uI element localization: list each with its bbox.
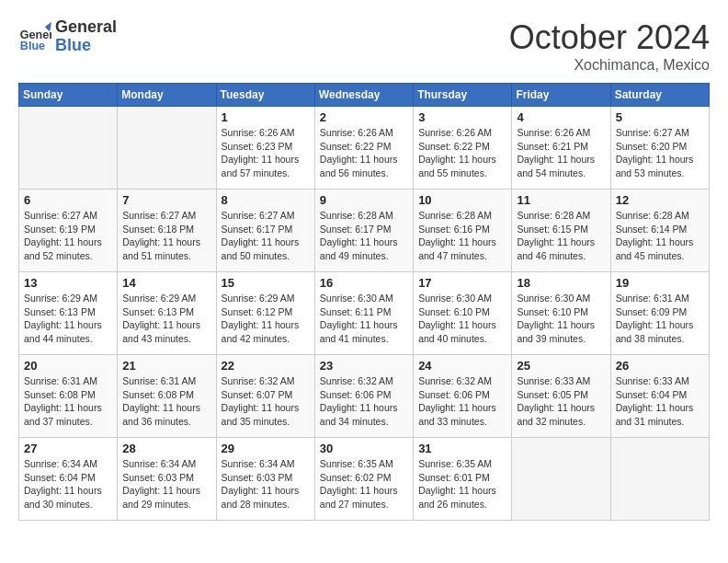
day-info: Sunrise: 6:35 AM Sunset: 6:01 PM Dayligh… xyxy=(418,457,506,511)
calendar-cell: 15Sunrise: 6:29 AM Sunset: 6:12 PM Dayli… xyxy=(216,272,314,355)
calendar-cell xyxy=(19,107,118,190)
day-number: 27 xyxy=(24,442,112,455)
calendar-cell xyxy=(118,107,216,190)
day-info: Sunrise: 6:27 AM Sunset: 6:20 PM Dayligh… xyxy=(616,126,704,180)
day-info: Sunrise: 6:34 AM Sunset: 6:03 PM Dayligh… xyxy=(122,457,210,511)
day-info: Sunrise: 6:32 AM Sunset: 6:06 PM Dayligh… xyxy=(320,374,408,429)
calendar-cell: 22Sunrise: 6:32 AM Sunset: 6:07 PM Dayli… xyxy=(216,355,314,438)
calendar-cell: 31Sunrise: 6:35 AM Sunset: 6:01 PM Dayli… xyxy=(414,438,512,521)
day-info: Sunrise: 6:26 AM Sunset: 6:23 PM Dayligh… xyxy=(222,126,310,180)
day-info: Sunrise: 6:35 AM Sunset: 6:02 PM Dayligh… xyxy=(320,457,408,511)
calendar-cell: 25Sunrise: 6:33 AM Sunset: 6:05 PM Dayli… xyxy=(512,355,610,438)
day-number: 12 xyxy=(616,193,704,207)
calendar-cell: 3Sunrise: 6:26 AM Sunset: 6:22 PM Daylig… xyxy=(414,107,512,190)
location: Xochimanca, Mexico xyxy=(509,57,710,74)
calendar-cell: 26Sunrise: 6:33 AM Sunset: 6:04 PM Dayli… xyxy=(610,355,709,438)
day-info: Sunrise: 6:28 AM Sunset: 6:16 PM Dayligh… xyxy=(418,209,506,263)
calendar-cell: 7Sunrise: 6:27 AM Sunset: 6:18 PM Daylig… xyxy=(118,190,216,272)
day-number: 16 xyxy=(320,276,408,290)
day-info: Sunrise: 6:30 AM Sunset: 6:10 PM Dayligh… xyxy=(517,292,605,346)
weekday-header: Thursday xyxy=(414,84,512,107)
day-info: Sunrise: 6:28 AM Sunset: 6:14 PM Dayligh… xyxy=(616,209,704,263)
day-number: 25 xyxy=(517,359,605,373)
day-number: 1 xyxy=(222,110,310,124)
day-info: Sunrise: 6:26 AM Sunset: 6:22 PM Dayligh… xyxy=(418,126,506,180)
calendar-cell: 30Sunrise: 6:35 AM Sunset: 6:02 PM Dayli… xyxy=(314,438,413,521)
day-info: Sunrise: 6:32 AM Sunset: 6:06 PM Dayligh… xyxy=(418,374,506,429)
day-info: Sunrise: 6:33 AM Sunset: 6:04 PM Dayligh… xyxy=(616,374,704,429)
calendar-cell: 20Sunrise: 6:31 AM Sunset: 6:08 PM Dayli… xyxy=(19,355,118,438)
week-row: 1Sunrise: 6:26 AM Sunset: 6:23 PM Daylig… xyxy=(19,107,710,190)
day-number: 13 xyxy=(24,276,112,290)
calendar-cell: 13Sunrise: 6:29 AM Sunset: 6:13 PM Dayli… xyxy=(19,272,118,355)
day-info: Sunrise: 6:28 AM Sunset: 6:15 PM Dayligh… xyxy=(517,209,605,263)
day-info: Sunrise: 6:34 AM Sunset: 6:04 PM Dayligh… xyxy=(24,457,112,511)
svg-text:Blue: Blue xyxy=(20,40,45,52)
weekday-header: Tuesday xyxy=(216,84,314,107)
day-info: Sunrise: 6:27 AM Sunset: 6:18 PM Dayligh… xyxy=(122,209,210,263)
calendar: SundayMondayTuesdayWednesdayThursdayFrid… xyxy=(18,83,710,521)
day-number: 20 xyxy=(24,359,112,373)
day-number: 24 xyxy=(418,359,506,373)
logo-icon: General Blue xyxy=(18,20,51,53)
day-number: 7 xyxy=(122,193,210,207)
day-number: 6 xyxy=(24,193,112,207)
calendar-cell: 10Sunrise: 6:28 AM Sunset: 6:16 PM Dayli… xyxy=(414,190,512,272)
day-info: Sunrise: 6:29 AM Sunset: 6:12 PM Dayligh… xyxy=(222,292,310,346)
calendar-cell: 24Sunrise: 6:32 AM Sunset: 6:06 PM Dayli… xyxy=(414,355,512,438)
day-number: 28 xyxy=(122,442,210,455)
weekday-header: Friday xyxy=(512,84,610,107)
calendar-cell: 29Sunrise: 6:34 AM Sunset: 6:03 PM Dayli… xyxy=(216,438,314,521)
logo-text: General Blue xyxy=(55,18,117,55)
day-number: 30 xyxy=(320,442,408,455)
day-info: Sunrise: 6:26 AM Sunset: 6:22 PM Dayligh… xyxy=(320,126,408,180)
week-row: 27Sunrise: 6:34 AM Sunset: 6:04 PM Dayli… xyxy=(19,438,710,521)
calendar-cell: 6Sunrise: 6:27 AM Sunset: 6:19 PM Daylig… xyxy=(19,190,118,272)
logo-line2: Blue xyxy=(55,37,117,55)
day-info: Sunrise: 6:31 AM Sunset: 6:09 PM Dayligh… xyxy=(616,292,704,346)
day-number: 18 xyxy=(517,276,605,290)
calendar-cell: 8Sunrise: 6:27 AM Sunset: 6:17 PM Daylig… xyxy=(216,190,314,272)
calendar-cell: 12Sunrise: 6:28 AM Sunset: 6:14 PM Dayli… xyxy=(610,190,709,272)
day-number: 21 xyxy=(122,359,210,373)
day-info: Sunrise: 6:30 AM Sunset: 6:10 PM Dayligh… xyxy=(418,292,506,346)
day-info: Sunrise: 6:27 AM Sunset: 6:19 PM Dayligh… xyxy=(24,209,112,263)
calendar-cell: 17Sunrise: 6:30 AM Sunset: 6:10 PM Dayli… xyxy=(414,272,512,355)
day-number: 17 xyxy=(418,276,506,290)
calendar-cell: 21Sunrise: 6:31 AM Sunset: 6:08 PM Dayli… xyxy=(118,355,216,438)
day-number: 31 xyxy=(418,442,506,455)
day-number: 9 xyxy=(320,193,408,207)
calendar-cell: 14Sunrise: 6:29 AM Sunset: 6:13 PM Dayli… xyxy=(118,272,216,355)
day-info: Sunrise: 6:34 AM Sunset: 6:03 PM Dayligh… xyxy=(222,457,310,511)
logo: General Blue General Blue xyxy=(18,18,117,55)
day-number: 26 xyxy=(616,359,704,373)
calendar-cell: 9Sunrise: 6:28 AM Sunset: 6:17 PM Daylig… xyxy=(314,190,413,272)
day-number: 23 xyxy=(320,359,408,373)
calendar-cell: 27Sunrise: 6:34 AM Sunset: 6:04 PM Dayli… xyxy=(19,438,118,521)
day-number: 4 xyxy=(517,110,605,124)
calendar-cell: 5Sunrise: 6:27 AM Sunset: 6:20 PM Daylig… xyxy=(610,107,709,190)
day-number: 15 xyxy=(222,276,310,290)
day-info: Sunrise: 6:29 AM Sunset: 6:13 PM Dayligh… xyxy=(122,292,210,346)
day-info: Sunrise: 6:32 AM Sunset: 6:07 PM Dayligh… xyxy=(222,374,310,429)
week-row: 13Sunrise: 6:29 AM Sunset: 6:13 PM Dayli… xyxy=(19,272,710,355)
day-number: 11 xyxy=(517,193,605,207)
weekday-header: Wednesday xyxy=(314,84,413,107)
day-info: Sunrise: 6:31 AM Sunset: 6:08 PM Dayligh… xyxy=(24,374,112,429)
week-row: 6Sunrise: 6:27 AM Sunset: 6:19 PM Daylig… xyxy=(19,190,710,272)
title-block: October 2024 Xochimanca, Mexico xyxy=(509,18,710,74)
calendar-cell: 1Sunrise: 6:26 AM Sunset: 6:23 PM Daylig… xyxy=(216,107,314,190)
day-number: 3 xyxy=(418,110,506,124)
calendar-cell: 28Sunrise: 6:34 AM Sunset: 6:03 PM Dayli… xyxy=(118,438,216,521)
calendar-cell xyxy=(610,438,709,521)
day-number: 19 xyxy=(616,276,704,290)
calendar-cell: 2Sunrise: 6:26 AM Sunset: 6:22 PM Daylig… xyxy=(314,107,413,190)
day-info: Sunrise: 6:33 AM Sunset: 6:05 PM Dayligh… xyxy=(517,374,605,429)
page-header: General Blue General Blue October 2024 X… xyxy=(18,18,710,74)
day-info: Sunrise: 6:26 AM Sunset: 6:21 PM Dayligh… xyxy=(517,126,605,180)
week-row: 20Sunrise: 6:31 AM Sunset: 6:08 PM Dayli… xyxy=(19,355,710,438)
day-number: 29 xyxy=(222,442,310,455)
calendar-cell: 19Sunrise: 6:31 AM Sunset: 6:09 PM Dayli… xyxy=(610,272,709,355)
logo-line1: General xyxy=(55,18,117,37)
day-number: 2 xyxy=(320,110,408,124)
